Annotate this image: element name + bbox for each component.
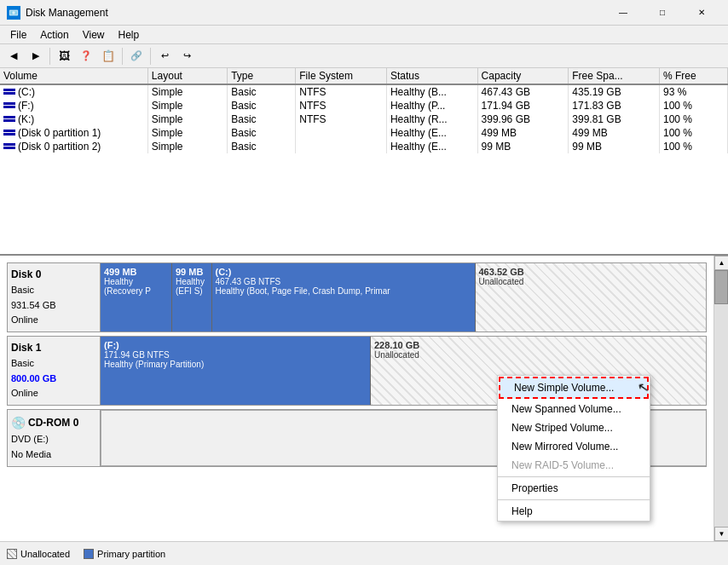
cell-capacity: 499 MB xyxy=(477,126,569,140)
cell-capacity: 99 MB xyxy=(477,140,569,153)
maximize-button[interactable]: □ xyxy=(643,0,682,26)
cell-status: Healthy (R... xyxy=(386,112,477,126)
back-button[interactable]: ◀ xyxy=(3,46,24,66)
context-new-spanned[interactable]: New Spanned Volume... xyxy=(498,400,650,418)
cell-volume: (C:) xyxy=(0,84,147,99)
context-sep1 xyxy=(498,476,650,477)
cell-type: Basic xyxy=(228,99,296,112)
close-button[interactable]: ✕ xyxy=(682,0,721,26)
table-row[interactable]: (Disk 0 partition 2) Simple Basic Health… xyxy=(0,140,728,153)
col-fs: File System xyxy=(296,68,387,84)
context-properties[interactable]: Properties xyxy=(498,479,650,498)
col-layout: Layout xyxy=(147,68,227,84)
disk0-title: Disk 0 xyxy=(11,267,96,283)
cell-layout: Simple xyxy=(147,99,227,112)
disk1-type: Basic xyxy=(11,356,96,372)
context-new-striped[interactable]: New Striped Volume... xyxy=(498,418,650,437)
cell-fs: NTFS xyxy=(296,84,387,99)
disk0-part2[interactable]: 99 MB Healthy (EFI S) xyxy=(172,263,212,332)
scroll-down-button[interactable]: ▼ xyxy=(714,527,728,541)
cell-free: 499 MB xyxy=(569,126,660,140)
toolbar-btn-5[interactable]: ↩ xyxy=(154,46,175,66)
col-type: Type xyxy=(228,68,296,84)
disk0-part3[interactable]: (C:) 467.43 GB NTFS Healthy (Boot, Page … xyxy=(212,263,476,332)
disk1-status: Online xyxy=(11,386,96,401)
menu-action[interactable]: Action xyxy=(33,27,75,43)
cell-volume: (F:) xyxy=(0,99,147,112)
menu-view[interactable]: View xyxy=(76,27,112,43)
disk0-size: 931.54 GB xyxy=(11,298,96,314)
disk1-title: Disk 1 xyxy=(11,340,96,356)
disk0-type: Basic xyxy=(11,283,96,298)
disk0-status: Online xyxy=(11,313,96,328)
cell-status: Healthy (P... xyxy=(386,99,477,112)
toolbar-btn-1[interactable]: 🖼 xyxy=(54,46,74,66)
cell-type: Basic xyxy=(228,112,296,126)
cell-pct: 93 % xyxy=(659,84,727,99)
context-help[interactable]: Help xyxy=(498,502,650,521)
cell-layout: Simple xyxy=(147,84,227,99)
legend-primary: Primary partition xyxy=(84,549,165,559)
toolbar: ◀ ▶ 🖼 ❓ 📋 🔗 ↩ ↪ xyxy=(0,44,728,68)
cell-layout: Simple xyxy=(147,112,227,126)
toolbar-btn-2[interactable]: ❓ xyxy=(76,46,96,66)
cell-volume: (Disk 0 partition 1) xyxy=(0,126,147,140)
cell-capacity: 467.43 GB xyxy=(477,84,569,99)
cell-free: 435.19 GB xyxy=(569,84,660,99)
minimize-button[interactable]: — xyxy=(604,0,643,26)
context-new-raid5: New RAID-5 Volume... xyxy=(498,456,650,475)
disk1-part1[interactable]: (F:) 171.94 GB NTFS Healthy (Primary Par… xyxy=(101,337,371,405)
menu-file[interactable]: File xyxy=(3,27,33,43)
col-free: Free Spa... xyxy=(569,68,660,84)
col-pct: % Free xyxy=(659,68,727,84)
cell-status: Healthy (E... xyxy=(386,126,477,140)
context-sep2 xyxy=(498,499,650,500)
volume-table: Volume Layout Type File System Status Ca… xyxy=(0,68,728,153)
cell-status: Healthy (E... xyxy=(386,140,477,153)
table-row[interactable]: (F:) Simple Basic NTFS Healthy (P... 171… xyxy=(0,99,728,112)
cell-fs xyxy=(296,126,387,140)
legend-unalloc-box xyxy=(7,549,17,559)
legend-primary-box xyxy=(84,549,94,559)
cell-pct: 100 % xyxy=(659,112,727,126)
disk0-part1[interactable]: 499 MB Healthy (Recovery P xyxy=(101,263,172,332)
cdrom0-label: 💿 CD-ROM 0 DVD (E:) No Media xyxy=(7,409,101,467)
toolbar-btn-4[interactable]: 🔗 xyxy=(126,46,147,66)
scroll-up-button[interactable]: ▲ xyxy=(714,256,728,270)
disk0-label: Disk 0 Basic 931.54 GB Online xyxy=(7,262,101,332)
legend-unallocated: Unallocated xyxy=(7,549,70,559)
scroll-thumb[interactable] xyxy=(714,270,728,304)
cell-layout: Simple xyxy=(147,140,227,153)
forward-button[interactable]: ▶ xyxy=(26,46,46,66)
disk-scrollbar[interactable]: ▲ ▼ xyxy=(714,256,728,541)
cell-fs xyxy=(296,140,387,153)
table-row[interactable]: (Disk 0 partition 1) Simple Basic Health… xyxy=(0,126,728,140)
disk0-part4[interactable]: 463.52 GB Unallocated xyxy=(476,263,707,332)
disk1-label: Disk 1 Basic 800.00 GB Online xyxy=(7,336,101,406)
toolbar-btn-3[interactable]: 📋 xyxy=(98,46,118,66)
col-volume: Volume xyxy=(0,68,147,84)
cell-capacity: 171.94 GB xyxy=(477,99,569,112)
cell-status: Healthy (B... xyxy=(386,84,477,99)
cdrom0-status: No Media xyxy=(11,447,96,463)
cell-volume: (Disk 0 partition 2) xyxy=(0,140,147,153)
table-row[interactable]: (K:) Simple Basic NTFS Healthy (R... 399… xyxy=(0,112,728,126)
cell-layout: Simple xyxy=(147,126,227,140)
menu-help[interactable]: Help xyxy=(112,27,147,43)
cell-pct: 100 % xyxy=(659,126,727,140)
app-icon xyxy=(7,6,20,20)
legend-unalloc-label: Unallocated xyxy=(20,549,70,559)
disk0-row: Disk 0 Basic 931.54 GB Online 499 MB Hea… xyxy=(7,262,707,332)
col-capacity: Capacity xyxy=(477,68,569,84)
cell-volume: (K:) xyxy=(0,112,147,126)
toolbar-btn-6[interactable]: ↪ xyxy=(176,46,197,66)
cell-type: Basic xyxy=(228,126,296,140)
scroll-track[interactable] xyxy=(714,270,728,527)
svg-point-2 xyxy=(12,11,14,14)
title-bar: Disk Management — □ ✕ xyxy=(0,0,728,26)
table-row[interactable]: (C:) Simple Basic NTFS Healthy (B... 467… xyxy=(0,84,728,99)
legend-primary-label: Primary partition xyxy=(97,549,165,559)
context-new-mirrored[interactable]: New Mirrored Volume... xyxy=(498,437,650,456)
disk1-size: 800.00 GB xyxy=(11,372,96,387)
context-new-simple[interactable]: New Simple Volume... xyxy=(499,377,649,399)
